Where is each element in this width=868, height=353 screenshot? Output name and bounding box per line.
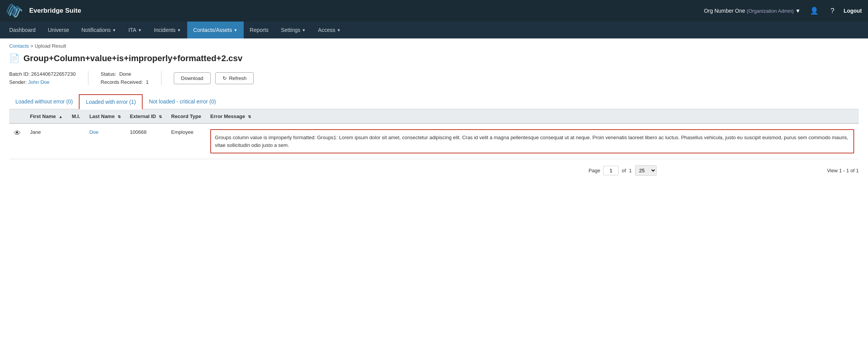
sender-label: Sender: (9, 79, 28, 85)
batch-id-label: Batch ID: (9, 71, 31, 77)
org-role: (Organization Admin) (747, 8, 794, 14)
contact-icon: 👁 (14, 129, 21, 137)
batch-id-value: 2614406722657230 (31, 71, 76, 77)
col-error-message[interactable]: Error Message ⇅ (206, 110, 859, 123)
main-content: 📄 Group+Column+value+is+improperly+forma… (0, 53, 868, 191)
records-value: 1 (146, 79, 149, 85)
breadcrumb-current: Upload Result (35, 43, 66, 49)
help-icon-button[interactable]: ? (828, 5, 838, 17)
page-label: Page (589, 168, 600, 173)
of-value: 1 (629, 168, 632, 173)
page-input[interactable] (603, 166, 619, 175)
table-row: 👁 Jane Doe 100668 Employee Groups column… (9, 123, 859, 159)
nav-incidents[interactable]: Incidents ▼ (148, 22, 187, 38)
row-first-name-cell: Jane (25, 123, 67, 159)
download-label: Download (181, 75, 203, 81)
last-name-sort-icon: ⇅ (118, 115, 121, 119)
error-message-sort-icon: ⇅ (248, 115, 251, 119)
row-error-message-cell: Groups column value is improperly format… (206, 123, 859, 159)
action-buttons: Download ↻ Refresh (174, 71, 254, 85)
nav-access-chevron-icon: ▼ (337, 28, 341, 32)
records-label: Records Received: (101, 79, 143, 85)
topbar-right: Org Number One (Organization Admin) ▼ 👤 … (704, 5, 862, 17)
col-external-id[interactable]: External ID ⇅ (125, 110, 167, 123)
nav-settings[interactable]: Settings ▼ (275, 22, 312, 38)
col-icon (9, 110, 25, 123)
file-icon: 📄 (9, 53, 20, 63)
nav-universe[interactable]: Universe (42, 22, 75, 38)
nav-dashboard-label: Dashboard (9, 27, 36, 33)
tab-with-error-label: Loaded with error (1) (86, 99, 136, 105)
nav-notifications-label: Notifications (81, 27, 111, 33)
error-message-box: Groups column value is improperly format… (210, 129, 854, 153)
info-left: Batch ID: 2614406722657230 Sender: John … (9, 71, 88, 85)
tabs-row: Loaded without error (0) Loaded with err… (9, 94, 859, 110)
nav-incidents-label: Incidents (154, 27, 176, 33)
col-mi: M.I. (67, 110, 85, 123)
nav-access[interactable]: Access ▼ (312, 22, 347, 38)
nav-incidents-chevron-icon: ▼ (177, 28, 181, 32)
nav-settings-label: Settings (281, 27, 301, 33)
status-label: Status: (101, 71, 116, 77)
logout-button[interactable]: Logout (844, 8, 862, 14)
table-header-row: First Name ▲ M.I. Last Name ⇅ External I… (9, 110, 859, 123)
page-title: Group+Column+value+is+improperly+formatt… (23, 53, 243, 63)
org-selector[interactable]: Org Number One (Organization Admin) ▼ (704, 8, 800, 14)
tab-with-error[interactable]: Loaded with error (1) (79, 94, 143, 110)
tab-critical-error[interactable]: Not loaded - critical error (0) (143, 95, 222, 108)
results-table: First Name ▲ M.I. Last Name ⇅ External I… (9, 110, 859, 159)
info-row: Batch ID: 2614406722657230 Sender: John … (9, 71, 859, 85)
nav-ita[interactable]: ITA ▼ (122, 22, 148, 38)
row-mi-cell (67, 123, 85, 159)
per-page-select[interactable]: 25 50 100 (635, 165, 657, 176)
download-button[interactable]: Download (174, 72, 211, 84)
tab-critical-error-label: Not loaded - critical error (0) (149, 98, 216, 105)
refresh-label: Refresh (229, 75, 247, 81)
row-record-type-cell: Employee (166, 123, 206, 159)
nav-ita-chevron-icon: ▼ (138, 28, 142, 32)
org-chevron-icon: ▼ (795, 8, 801, 14)
nav-universe-label: Universe (48, 27, 69, 33)
tab-no-error[interactable]: Loaded without error (0) (9, 95, 79, 108)
pagination-view-info: View 1 - 1 of 1 (827, 168, 859, 173)
records-field: Records Received: 1 (101, 79, 149, 85)
tab-no-error-label: Loaded without error (0) (15, 98, 73, 105)
nav-reports[interactable]: Reports (244, 22, 275, 38)
logo-icon (6, 3, 25, 18)
nav-settings-chevron-icon: ▼ (302, 28, 306, 32)
nav-access-label: Access (318, 27, 335, 33)
breadcrumb-parent[interactable]: Contacts (9, 43, 29, 49)
navbar: Dashboard Universe Notifications ▼ ITA ▼… (0, 22, 868, 38)
org-name: Org Number One (704, 8, 745, 14)
of-label: of (622, 168, 626, 173)
nav-contacts-assets-chevron-icon: ▼ (234, 28, 238, 32)
pagination-center: Page of 1 25 50 100 (418, 165, 827, 176)
nav-contacts-assets-label: Contacts/Assets (193, 27, 232, 33)
status-field: Status: Done (101, 71, 149, 77)
nav-reports-label: Reports (250, 27, 269, 33)
col-last-name[interactable]: Last Name ⇅ (85, 110, 125, 123)
pagination-row: Page of 1 25 50 100 View 1 - 1 of 1 (9, 159, 859, 182)
sender-value: John Doe (28, 79, 50, 85)
col-first-name[interactable]: First Name ▲ (25, 110, 67, 123)
breadcrumb: Contacts > Upload Result (0, 38, 868, 53)
sender-field: Sender: John Doe (9, 79, 76, 85)
status-value: Done (119, 71, 131, 77)
row-icon-cell: 👁 (9, 123, 25, 159)
refresh-button[interactable]: ↻ Refresh (215, 72, 254, 84)
nav-contacts-assets[interactable]: Contacts/Assets ▼ (187, 22, 244, 38)
col-record-type: Record Type (166, 110, 206, 123)
user-icon-button[interactable]: 👤 (807, 5, 821, 17)
first-name-sort-icon: ▲ (59, 115, 63, 119)
row-external-id-cell: 100668 (125, 123, 167, 159)
nav-ita-label: ITA (128, 27, 136, 33)
batch-id-field: Batch ID: 2614406722657230 (9, 71, 76, 77)
nav-notifications-chevron-icon: ▼ (112, 28, 116, 32)
nav-notifications[interactable]: Notifications ▼ (75, 22, 122, 38)
topbar: Everbridge Suite Org Number One (Organiz… (0, 0, 868, 22)
nav-dashboard[interactable]: Dashboard (3, 22, 42, 38)
page-title-row: 📄 Group+Column+value+is+improperly+forma… (9, 53, 859, 63)
breadcrumb-separator: > (30, 43, 35, 49)
info-center: Status: Done Records Received: 1 (101, 71, 161, 85)
brand-name: Everbridge Suite (29, 7, 81, 15)
